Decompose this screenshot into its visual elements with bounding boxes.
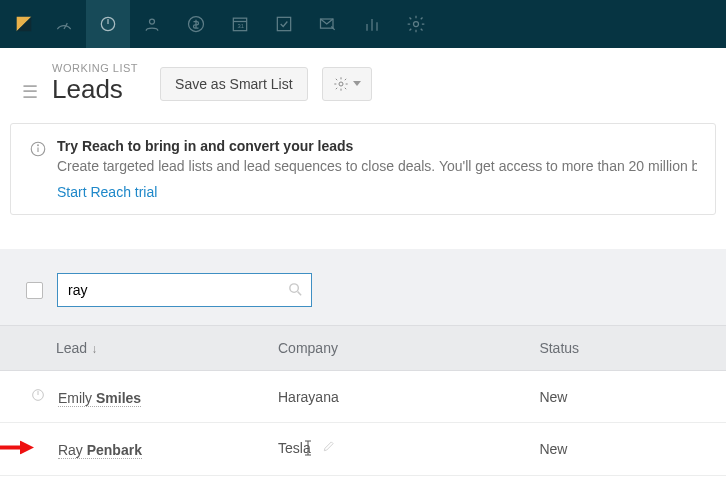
power-icon	[30, 390, 46, 406]
column-lead[interactable]: Lead↓	[0, 326, 260, 371]
page-eyebrow: WORKING LIST	[52, 62, 138, 74]
svg-line-19	[298, 292, 302, 296]
chevron-down-icon	[353, 81, 361, 86]
settings-icon[interactable]	[394, 0, 438, 48]
svg-point-13	[414, 22, 419, 27]
dashboard-icon[interactable]	[42, 0, 86, 48]
sort-down-icon: ↓	[91, 342, 97, 356]
gear-icon	[333, 76, 349, 92]
edit-icon[interactable]	[322, 440, 336, 456]
page-title: Leads	[52, 74, 138, 105]
status-cell: New	[521, 371, 726, 423]
envelope-icon[interactable]	[306, 0, 350, 48]
gear-dropdown-button[interactable]	[322, 67, 372, 101]
lead-cell[interactable]: Emily Smiles	[0, 371, 260, 423]
info-icon	[29, 140, 47, 158]
column-status[interactable]: Status	[521, 326, 726, 371]
svg-rect-22	[0, 445, 22, 449]
lead-cell[interactable]: Ray Penbark	[0, 423, 260, 476]
select-all-checkbox[interactable]	[26, 282, 43, 299]
lead-name[interactable]: Ray Penbark	[58, 442, 142, 459]
lead-name[interactable]: Emily Smiles	[58, 390, 141, 407]
checkbox-icon[interactable]	[262, 0, 306, 48]
banner-title: Try Reach to bring in and convert your l…	[57, 138, 697, 154]
pointer-arrow-icon	[0, 440, 34, 457]
reach-banner: Try Reach to bring in and convert your l…	[10, 123, 716, 215]
company-cell[interactable]: Tesla	[260, 423, 521, 476]
banner-desc: Create targeted lead lists and lead sequ…	[57, 158, 697, 174]
svg-text:31: 31	[238, 23, 244, 29]
power-icon[interactable]	[86, 0, 130, 48]
dollar-icon[interactable]	[174, 0, 218, 48]
svg-point-3	[150, 19, 155, 24]
company-cell: Harayana	[260, 371, 521, 423]
svg-point-14	[339, 82, 343, 86]
column-company[interactable]: Company	[260, 326, 521, 371]
search-input[interactable]	[57, 273, 312, 307]
app-logo[interactable]	[6, 0, 42, 48]
user-icon[interactable]	[130, 0, 174, 48]
save-smart-list-button[interactable]: Save as Smart List	[160, 67, 308, 101]
svg-point-17	[38, 145, 39, 146]
menu-icon[interactable]: ☰	[22, 67, 38, 101]
search-icon	[287, 281, 304, 301]
table-row[interactable]: Emily Smiles Harayana New	[0, 371, 726, 423]
calendar-icon[interactable]: 31	[218, 0, 262, 48]
svg-point-18	[290, 284, 299, 293]
table-row[interactable]: Ray Penbark Tesla New	[0, 423, 726, 476]
svg-rect-8	[277, 17, 290, 30]
start-reach-trial-link[interactable]: Start Reach trial	[57, 184, 697, 200]
status-cell: New	[521, 423, 726, 476]
chart-icon[interactable]	[350, 0, 394, 48]
